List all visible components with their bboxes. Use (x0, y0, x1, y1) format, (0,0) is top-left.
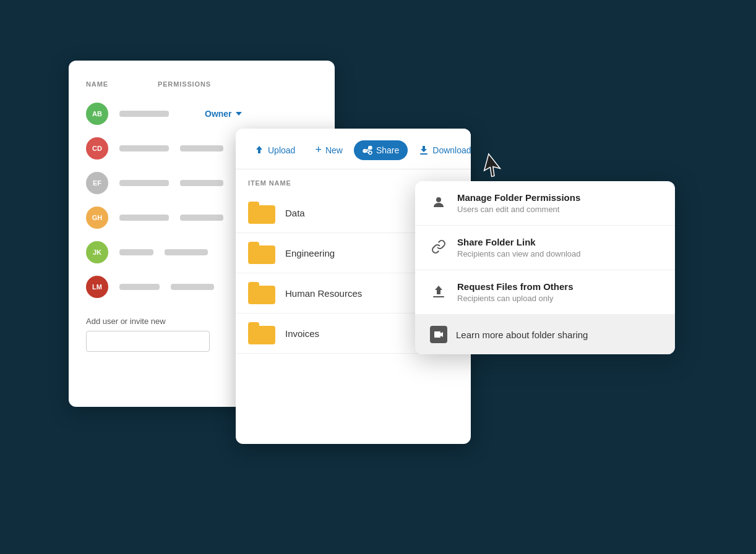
avatar-jk: JK (86, 241, 108, 263)
permissions-header: NAME PERMISSIONS (86, 80, 317, 88)
manage-permissions-desc: Users can edit and comment (457, 205, 580, 214)
toolbar: Upload + New Share (236, 129, 471, 169)
name-bar-gh (119, 215, 169, 221)
avatar-cd: CD (86, 137, 108, 160)
col-permissions-header: PERMISSIONS (158, 80, 211, 88)
svg-marker-10 (440, 332, 443, 337)
upload-icon (254, 145, 264, 155)
folder-icon (248, 282, 275, 304)
chevron-down-icon (236, 112, 242, 116)
add-user-input[interactable] (86, 331, 210, 352)
plus-icon: + (315, 143, 322, 156)
download-icon (419, 145, 429, 155)
manage-folder-permissions-item[interactable]: Manage Folder Permissions Users can edit… (415, 181, 675, 226)
download-label: Download (432, 145, 471, 155)
file-name-invoices: Invoices (285, 328, 319, 339)
svg-rect-9 (434, 331, 440, 338)
link-icon (363, 145, 372, 155)
request-files-desc: Recipients can upload only (457, 294, 573, 303)
item-name-header: ITEM NAME (248, 179, 291, 187)
avatar-lm: LM (86, 276, 108, 298)
file-name-data: Data (285, 208, 305, 218)
manage-permissions-title: Manage Folder Permissions (457, 192, 580, 203)
share-folder-link-item[interactable]: Share Folder Link Recipients can view an… (415, 226, 675, 270)
avatar-gh: GH (86, 207, 108, 229)
upload-request-icon (430, 283, 447, 300)
owner-label: Owner (205, 109, 232, 119)
avatar-ef: EF (86, 172, 108, 194)
permission-row-ab: AB Owner (86, 103, 317, 125)
request-files-title: Request Files from Others (457, 281, 573, 292)
file-name-human-resources: Human Resources (285, 288, 362, 299)
perm-bar-lm (171, 284, 214, 290)
link-share-icon (430, 238, 447, 255)
upload-label: Upload (268, 145, 295, 155)
name-bar-cd (119, 145, 169, 151)
request-files-item[interactable]: Request Files from Others Recipients can… (415, 270, 675, 315)
share-dropdown-card: Manage Folder Permissions Users can edit… (415, 181, 675, 354)
folder-icon (248, 322, 275, 344)
request-files-text: Request Files from Others Recipients can… (457, 281, 573, 303)
svg-point-7 (436, 197, 441, 202)
new-label: New (325, 145, 343, 155)
svg-marker-6 (483, 154, 503, 178)
share-folder-link-title: Share Folder Link (457, 237, 580, 247)
perm-bar-cd (180, 145, 223, 151)
name-bar-ef (119, 180, 169, 186)
upload-button[interactable]: Upload (246, 140, 304, 160)
perm-bar-jk (165, 249, 208, 255)
svg-rect-8 (433, 296, 444, 297)
file-name-engineering: Engineering (285, 248, 335, 258)
manage-permissions-text: Manage Folder Permissions Users can edit… (457, 192, 580, 214)
download-button[interactable]: Download (410, 140, 471, 160)
perm-bar-ef (180, 180, 223, 186)
video-icon (430, 326, 447, 343)
folder-icon (248, 242, 275, 264)
name-bar-ab (119, 111, 169, 117)
share-label: Share (376, 145, 399, 155)
name-bar-jk (119, 249, 153, 255)
share-folder-link-text: Share Folder Link Recipients can view an… (457, 237, 580, 258)
new-button[interactable]: + New (306, 138, 351, 161)
person-icon (430, 194, 447, 211)
avatar-ab: AB (86, 103, 108, 125)
scene: NAME PERMISSIONS AB Owner CD EF GH (69, 61, 687, 493)
col-name-header: NAME (86, 80, 108, 88)
share-folder-link-desc: Recipients can view and download (457, 249, 580, 258)
svg-rect-5 (420, 153, 427, 155)
folder-icon (248, 202, 275, 224)
cursor-arrow (482, 153, 507, 181)
name-bar-lm (119, 284, 160, 290)
learn-more-label: Learn more about folder sharing (456, 330, 588, 340)
svg-point-2 (369, 151, 372, 154)
owner-badge[interactable]: Owner (205, 109, 242, 119)
learn-more-section[interactable]: Learn more about folder sharing (415, 315, 675, 354)
perm-bar-gh (180, 215, 223, 221)
share-button[interactable]: Share (354, 140, 408, 160)
